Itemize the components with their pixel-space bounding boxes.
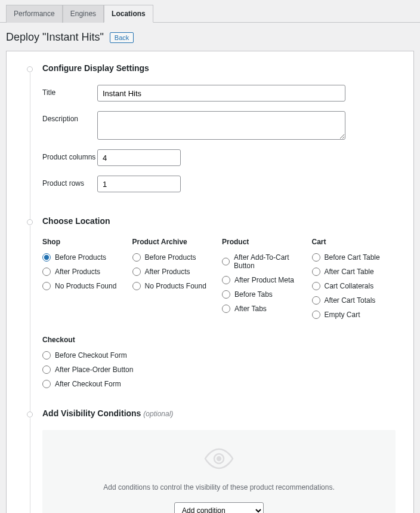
radio-label: After Place-Order Button	[55, 365, 133, 374]
radio-shop-no-products[interactable]: No Products Found	[42, 282, 126, 290]
product-rows-label: Product rows	[42, 176, 97, 188]
radio-label: Before Products	[55, 253, 106, 262]
radio-product-after-addtocart[interactable]: After Add-To-Cart Button	[222, 253, 306, 270]
group-shop-label: Shop	[42, 238, 126, 246]
radio-checkout-before-form[interactable]: Before Checkout Form	[42, 351, 396, 360]
group-checkout: Checkout Before Checkout Form After Plac…	[42, 336, 396, 388]
radio-archive-after-products[interactable]: After Products	[132, 268, 217, 276]
radio-label: After Add-To-Cart Button	[234, 253, 306, 270]
radio-label: No Products Found	[145, 282, 206, 290]
tab-performance[interactable]: Performance	[6, 5, 63, 23]
back-button[interactable]: Back	[110, 32, 134, 43]
radio-cart-after-table[interactable]: After Cart Table	[312, 268, 396, 276]
group-archive-label: Product Archive	[132, 238, 217, 246]
visibility-box: Add conditions to control the visibility…	[42, 430, 396, 513]
radio-label: Before Tabs	[234, 290, 273, 299]
step-location: Choose Location Shop Before Products Aft…	[24, 216, 396, 408]
group-cart-label: Cart	[312, 238, 396, 246]
radio-label: Before Cart Table	[325, 253, 380, 262]
title-input[interactable]	[97, 85, 345, 102]
radio-label: After Product Meta	[234, 276, 294, 284]
radio-cart-collaterals[interactable]: Cart Collaterals	[312, 282, 396, 290]
optional-label: (optional)	[143, 410, 173, 418]
radio-checkout-after-place-order[interactable]: After Place-Order Button	[42, 365, 396, 374]
radio-label: After Products	[145, 268, 190, 276]
tab-bar: Performance Engines Locations	[0, 0, 420, 23]
radio-cart-empty[interactable]: Empty Cart	[312, 311, 396, 319]
visibility-hint: Add conditions to control the visibility…	[54, 483, 384, 492]
location-heading: Choose Location	[42, 216, 396, 226]
svg-point-1	[217, 457, 221, 460]
group-product-archive: Product Archive Before Products After Pr…	[132, 238, 217, 325]
description-label: Description	[42, 111, 97, 123]
radio-cart-before-table[interactable]: Before Cart Table	[312, 253, 396, 262]
configure-heading: Configure Display Settings	[42, 63, 396, 73]
group-product-label: Product	[222, 238, 306, 246]
page-header: Deploy "Instant Hits" Back	[0, 23, 420, 51]
radio-cart-after-totals[interactable]: After Cart Totals	[312, 296, 396, 305]
radio-label: After Tabs	[234, 305, 267, 313]
tab-locations[interactable]: Locations	[104, 5, 153, 23]
description-input[interactable]	[97, 111, 345, 140]
group-cart: Cart Before Cart Table After Cart Table …	[312, 238, 396, 325]
tab-engines[interactable]: Engines	[63, 5, 104, 23]
radio-product-after-tabs[interactable]: After Tabs	[222, 305, 306, 313]
radio-label: No Products Found	[55, 282, 116, 290]
radio-label: Before Checkout Form	[55, 351, 127, 360]
radio-archive-no-products[interactable]: No Products Found	[132, 282, 217, 290]
page-title: Deploy "Instant Hits"	[6, 31, 104, 44]
group-checkout-label: Checkout	[42, 336, 396, 344]
radio-product-after-meta[interactable]: After Product Meta	[222, 276, 306, 284]
title-label: Title	[42, 85, 97, 97]
radio-shop-after-products[interactable]: After Products	[42, 268, 126, 276]
radio-archive-before-products[interactable]: Before Products	[132, 253, 217, 262]
radio-label: Empty Cart	[325, 311, 360, 319]
add-condition-select[interactable]: Add condition	[174, 502, 264, 513]
radio-checkout-after-form[interactable]: After Checkout Form	[42, 380, 396, 388]
radio-label: After Products	[55, 268, 100, 276]
group-product: Product After Add-To-Cart Button After P…	[222, 238, 306, 325]
visibility-heading: Add Visibility Conditions (optional)	[42, 408, 396, 418]
radio-label: After Cart Totals	[325, 296, 376, 305]
radio-label: Cart Collaterals	[325, 282, 374, 290]
product-columns-label: Product columns	[42, 149, 97, 161]
radio-product-before-tabs[interactable]: Before Tabs	[222, 290, 306, 299]
group-shop: Shop Before Products After Products No P…	[42, 238, 126, 325]
step-visibility: Add Visibility Conditions (optional) Add…	[24, 408, 396, 513]
product-columns-input[interactable]	[97, 149, 181, 166]
radio-label: After Checkout Form	[55, 380, 121, 388]
radio-shop-before-products[interactable]: Before Products	[42, 253, 126, 262]
eye-icon	[203, 447, 234, 471]
product-rows-input[interactable]	[97, 176, 181, 192]
radio-label: Before Products	[145, 253, 196, 262]
step-configure: Configure Display Settings Title Descrip…	[24, 63, 396, 216]
radio-label: After Cart Table	[325, 268, 374, 276]
